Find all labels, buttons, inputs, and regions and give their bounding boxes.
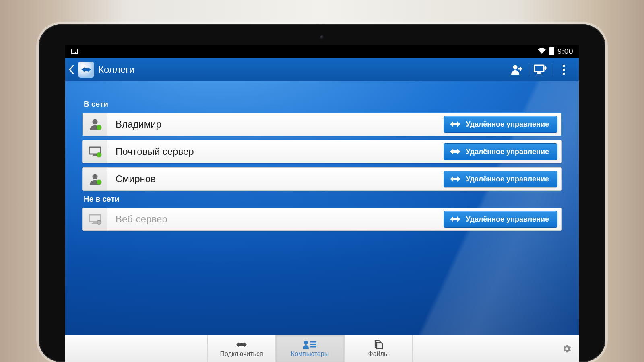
add-computer-button[interactable] <box>529 58 552 81</box>
svg-rect-0 <box>549 47 554 55</box>
settings-button[interactable] <box>555 335 579 362</box>
svg-rect-12 <box>93 222 97 223</box>
connect-icon <box>235 340 248 350</box>
contact-name: Смирнов <box>107 173 441 185</box>
tablet-device-frame: 9:00 Коллеги <box>39 24 605 362</box>
bottom-tab-bar: Подключиться Компьютеры Файлы <box>65 335 579 362</box>
wifi-icon <box>537 47 546 56</box>
app-action-bar: Коллеги <box>65 58 579 81</box>
app-logo-icon <box>78 62 94 78</box>
tab-files[interactable]: Файлы <box>344 335 413 362</box>
contact-row[interactable]: Смирнов Удалённое управление <box>82 167 562 191</box>
online-status-dot <box>97 152 101 157</box>
tab-computers[interactable]: Компьютеры <box>276 335 344 362</box>
online-status-dot <box>97 125 101 130</box>
overflow-menu-button[interactable] <box>552 58 575 81</box>
computers-icon <box>303 340 317 350</box>
contact-type-icon <box>83 113 107 136</box>
online-status-dot <box>97 180 101 185</box>
contact-name: Веб-сервер <box>107 214 441 225</box>
svg-rect-15 <box>310 341 316 343</box>
svg-rect-8 <box>93 154 97 156</box>
svg-rect-4 <box>537 72 541 74</box>
svg-rect-16 <box>310 344 316 345</box>
contact-row[interactable]: Почтовый сервер Удалённое управление <box>82 140 562 163</box>
android-status-bar: 9:00 <box>65 45 579 58</box>
gear-icon <box>562 344 571 353</box>
svg-point-10 <box>92 174 97 179</box>
files-icon <box>374 340 383 350</box>
contact-row[interactable]: Владимир Удалённое управление <box>82 113 562 136</box>
contact-name: Почтовый сервер <box>107 146 441 157</box>
tab-label: Подключиться <box>220 350 263 358</box>
svg-point-6 <box>92 119 97 125</box>
screenshot-icon <box>71 49 78 54</box>
app-body: В сети Владимир Удалённое управление <box>65 81 579 335</box>
offline-status-dot <box>97 220 101 225</box>
remote-control-label: Удалённое управление <box>466 215 549 224</box>
contact-name: Владимир <box>107 119 441 130</box>
svg-rect-5 <box>536 74 542 74</box>
contact-type-icon <box>83 140 107 163</box>
page-title: Коллеги <box>98 64 134 75</box>
tab-label: Файлы <box>368 350 389 358</box>
contact-type-icon <box>83 168 107 190</box>
svg-rect-1 <box>551 47 553 47</box>
remote-control-button[interactable]: Удалённое управление <box>444 171 557 187</box>
svg-rect-17 <box>310 346 316 348</box>
remote-control-label: Удалённое управление <box>466 175 549 183</box>
remote-control-label: Удалённое управление <box>466 148 549 156</box>
back-button[interactable] <box>65 65 77 74</box>
remote-control-label: Удалённое управление <box>466 120 549 129</box>
section-header-offline: Не в сети <box>84 195 562 204</box>
svg-rect-3 <box>534 65 544 72</box>
tablet-screen: 9:00 Коллеги <box>65 45 579 362</box>
remote-control-button[interactable]: Удалённое управление <box>444 143 557 160</box>
tab-connect[interactable]: Подключиться <box>207 335 276 362</box>
tab-label: Компьютеры <box>291 350 329 358</box>
battery-icon <box>549 47 554 57</box>
add-contact-button[interactable] <box>506 58 529 81</box>
contact-row[interactable]: Веб-сервер Удалённое управление <box>82 208 562 231</box>
contact-type-icon <box>83 208 107 230</box>
remote-control-button[interactable]: Удалённое управление <box>444 211 557 228</box>
svg-point-2 <box>513 65 518 70</box>
svg-point-14 <box>304 341 308 345</box>
remote-control-button[interactable]: Удалённое управление <box>444 116 557 133</box>
status-time: 9:00 <box>557 47 573 56</box>
section-header-online: В сети <box>84 100 562 109</box>
